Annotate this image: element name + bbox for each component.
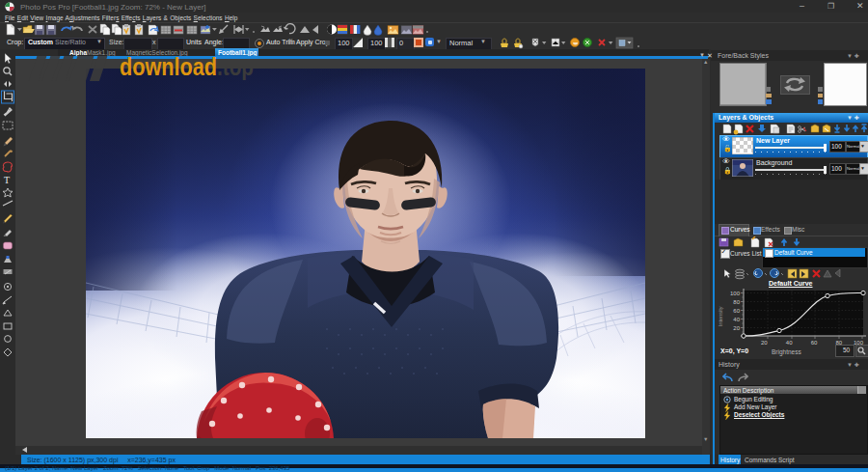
svg-text:download: download <box>120 53 217 80</box>
svg-text:T: T <box>4 175 10 185</box>
svg-text:100: 100 <box>730 291 741 296</box>
svg-text:80: 80 <box>733 299 740 305</box>
svg-text:20: 20 <box>733 325 740 331</box>
svg-text:40: 40 <box>733 317 740 322</box>
svg-text:Intensity: Intensity <box>718 306 723 326</box>
svg-text:.top: .top <box>217 53 254 80</box>
svg-text:60: 60 <box>733 308 740 314</box>
